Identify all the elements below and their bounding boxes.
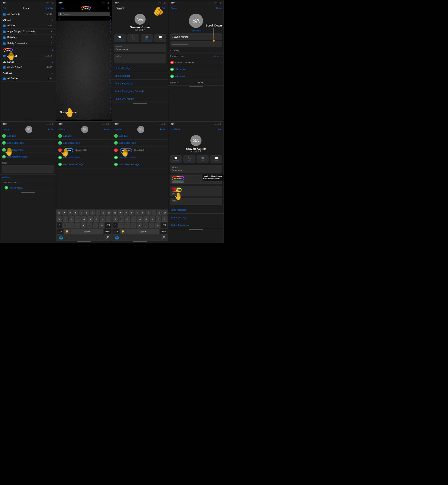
apple-support-row[interactable]: 👥 Apple Support Community 1 › — [0, 28, 56, 34]
edit-button-p1[interactable]: Edit — [3, 7, 6, 9]
add-social-row-p6[interactable]: + add social profile — [56, 154, 112, 161]
add-social-btn-p5[interactable]: + — [2, 148, 6, 152]
key-m[interactable]: m — [99, 223, 104, 228]
key-n[interactable]: n — [93, 223, 98, 228]
add-favourites-item[interactable]: Add to Favourites — [112, 80, 168, 87]
key-g[interactable]: g — [81, 216, 87, 222]
key-x[interactable]: x — [68, 223, 74, 228]
edit-button-p8[interactable]: Edit — [218, 128, 221, 131]
share-contact-item-p8[interactable]: Share Contact — [168, 214, 224, 221]
key-o[interactable]: o — [101, 210, 106, 215]
add-related-btn-p6[interactable]: + — [58, 141, 62, 145]
key-a-p7[interactable]: a — [112, 216, 118, 222]
add-email-row[interactable]: + add email — [168, 73, 224, 80]
space-key[interactable]: space — [71, 229, 103, 234]
add-instant-row-p6[interactable]: + add instant message — [56, 161, 112, 168]
preferred-line-row[interactable]: Preferred Line last u... › — [168, 53, 224, 59]
send-message-item-p8[interactable]: Send Message — [168, 206, 224, 214]
num-key-p7[interactable]: 123 — [112, 229, 119, 234]
add-instant-btn-p7[interactable]: + — [114, 163, 118, 166]
link-contacts-row[interactable]: + link contacts... — [3, 184, 54, 191]
cancel-button-p7[interactable]: Cancel — [115, 128, 121, 131]
shift-key-p7[interactable]: ⇧ — [112, 223, 118, 228]
delete-key[interactable]: ⌫ — [105, 223, 112, 228]
cancel-button-p6[interactable]: Cancel — [59, 128, 65, 131]
add-social-row-p7[interactable]: + add social profile — [112, 154, 168, 161]
mobile-remove-row[interactable]: − mobile 9●●●●●● › — [168, 59, 224, 66]
link-contacts-btn[interactable]: + — [5, 186, 8, 190]
key-w[interactable]: w — [62, 210, 67, 215]
key-u[interactable]: u — [90, 210, 95, 215]
add-list-button[interactable]: Add List — [46, 7, 54, 9]
key-z[interactable]: z — [62, 223, 68, 228]
call-btn-p3[interactable]: 📞 call — [127, 34, 139, 42]
company-row-p4[interactable]: Company — [168, 48, 224, 53]
ringtone-row[interactable]: Ringtone Default › — [168, 80, 224, 86]
message-btn-p3[interactable]: 💬 message — [114, 34, 126, 42]
emoji-key[interactable]: 🙂 — [64, 229, 70, 234]
facebook-social-row[interactable]: − Facebook Social profile 🤚 — [112, 146, 168, 154]
key-f-p7[interactable]: f — [131, 216, 136, 222]
outlook-section-header[interactable]: Outlook ∨ — [0, 70, 56, 75]
video-btn-p3[interactable]: 📹 video — [141, 34, 153, 42]
add-photo-label[interactable]: Add Photo — [192, 30, 201, 32]
key-j-p7[interactable]: j — [150, 216, 155, 222]
add-email-btn[interactable]: + — [170, 74, 174, 78]
done-button-p5[interactable]: Done — [48, 128, 53, 131]
key-f[interactable]: f — [75, 216, 80, 222]
add-phone-row[interactable]: + add phone — [168, 66, 224, 73]
key-h-p7[interactable]: h — [144, 216, 149, 222]
key-v-p7[interactable]: v — [137, 223, 142, 228]
key-l[interactable]: l — [106, 216, 112, 222]
add-related-row-p6[interactable]: + add related name — [56, 139, 112, 146]
share-contact-item[interactable]: Share Contact — [112, 72, 168, 80]
key-s-p7[interactable]: s — [119, 216, 124, 222]
add-date-btn-p5[interactable]: + — [2, 134, 6, 138]
key-q-p7[interactable]: q — [112, 210, 117, 215]
facebook-card-p8[interactable]: Facebook Tapping this will open the prof… — [170, 175, 222, 184]
key-b[interactable]: b — [87, 223, 92, 228]
add-social-btn-p6[interactable]: + — [58, 156, 62, 159]
key-l-p7[interactable]: l — [162, 216, 167, 222]
add-field-row[interactable]: add field — [0, 175, 56, 180]
key-p[interactable]: p — [107, 210, 112, 215]
key-i[interactable]: i — [96, 210, 100, 215]
safety-obs-row[interactable]: 👥 Safety Observation 16 › — [0, 40, 56, 46]
key-e[interactable]: e — [68, 210, 72, 215]
notes-input-p5[interactable] — [2, 165, 54, 173]
mail-btn-p8[interactable]: ✉️ mail — [210, 155, 222, 163]
mic-icon-p7[interactable]: 🎤 — [161, 236, 165, 240]
add-related-row-p5[interactable]: + add related name — [0, 139, 56, 146]
all-outlook-row[interactable]: 👥 All Outlook 1,166 › — [0, 75, 56, 81]
add-contact-button[interactable]: + — [107, 6, 109, 10]
add-related-btn-p5[interactable]: + — [2, 141, 6, 145]
add-instant-row-p5[interactable]: + add instant message — [0, 153, 56, 160]
done-button-p4[interactable]: Done — [216, 7, 221, 9]
key-d[interactable]: d — [69, 216, 74, 222]
key-a[interactable]: a — [56, 216, 62, 222]
key-v[interactable]: v — [80, 223, 86, 228]
key-b-p7[interactable]: b — [143, 223, 148, 228]
done-button-p7[interactable]: Done — [160, 128, 165, 131]
key-s[interactable]: s — [63, 216, 68, 222]
cancel-button-p5[interactable]: Cancel — [3, 128, 9, 131]
all-icloud-row[interactable]: 👥 All iCloud 1,944 › — [0, 23, 56, 28]
key-r-p7[interactable]: r — [129, 210, 134, 215]
key-o-p7[interactable]: o — [157, 210, 162, 215]
delete-key-p7[interactable]: ⌫ — [161, 223, 167, 228]
cancel-button-p4[interactable]: Cancel — [171, 7, 177, 9]
gmail-section-header[interactable]: Gmail ∨ — [0, 46, 56, 53]
add-social-row-p5[interactable]: + add social profile 🤚 — [0, 146, 56, 153]
num-key[interactable]: 123 — [57, 229, 64, 234]
add-social-btn-p7[interactable]: + — [114, 156, 118, 159]
icloud-section-header[interactable]: iCloud ∨ — [0, 17, 56, 23]
search-bar-p2[interactable]: 🔍 Search — [58, 12, 110, 16]
key-c[interactable]: c — [74, 223, 80, 228]
key-m-p7[interactable]: m — [155, 223, 160, 228]
twitter-social-row[interactable]: − Twitter Social profile 🤚 — [56, 146, 112, 154]
outlook-collapse-icon[interactable]: ∨ — [52, 72, 54, 75]
key-k[interactable]: k — [100, 216, 105, 222]
call-btn-p8[interactable]: 📞 call — [183, 155, 195, 163]
icloud-collapse-icon[interactable]: ∨ — [52, 19, 54, 22]
add-date-row-p5[interactable]: + add date — [0, 133, 56, 139]
